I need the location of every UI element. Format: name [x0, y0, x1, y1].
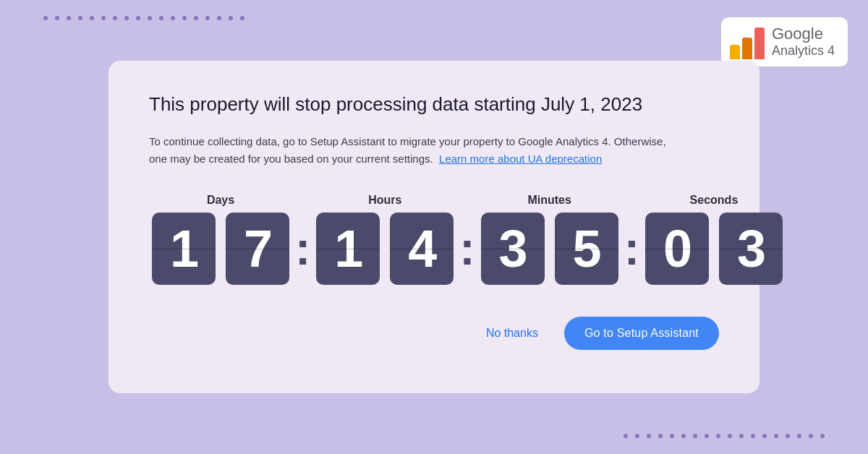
buttons-row: No thanks Go to Setup Assistant	[149, 317, 719, 350]
hours-label: Hours	[368, 194, 401, 207]
card-title: This property will stop processing data …	[149, 93, 719, 117]
dot	[205, 16, 210, 20]
separator-hours-minutes: :	[456, 194, 477, 288]
colon-1: :	[295, 213, 310, 288]
ga-logo-bars-icon	[730, 25, 765, 59]
ga-bar-medium	[742, 38, 752, 59]
dot	[751, 434, 755, 438]
setup-assistant-button[interactable]: Go to Setup Assistant	[564, 317, 719, 350]
dot	[229, 16, 233, 20]
minutes-digit-1: 3	[481, 213, 545, 285]
dot	[670, 434, 674, 438]
minutes-label: Minutes	[527, 194, 571, 207]
dot	[148, 16, 152, 20]
dot	[90, 16, 94, 20]
countdown-outer: Days 1 7 : Hours 1 4	[149, 194, 719, 288]
ga-logo-text: Google Analytics 4	[772, 25, 835, 59]
separator-minutes-seconds: :	[621, 194, 642, 288]
minutes-group: Minutes 3 5	[478, 194, 621, 285]
dot	[786, 434, 790, 438]
no-thanks-button[interactable]: No thanks	[475, 320, 550, 347]
minutes-digit-2: 5	[555, 213, 618, 285]
dot	[809, 434, 813, 438]
dot	[55, 16, 59, 20]
ga-bar-small	[730, 45, 740, 59]
dot	[762, 434, 767, 438]
dot	[635, 434, 639, 438]
hours-digit-2: 4	[390, 213, 454, 285]
dot	[159, 16, 163, 20]
dot	[67, 16, 71, 20]
dot	[797, 434, 801, 438]
dot	[728, 434, 732, 438]
dot	[624, 434, 628, 438]
dot	[78, 16, 82, 20]
dot	[43, 16, 48, 20]
card-description: To continue collecting data, go to Setup…	[149, 133, 670, 168]
dot	[716, 434, 720, 438]
dot	[182, 16, 187, 20]
hours-group: Hours 1 4	[313, 194, 456, 285]
dot	[681, 434, 686, 438]
dot	[171, 16, 175, 20]
dot	[693, 434, 697, 438]
dot	[658, 434, 663, 438]
ga-logo-analytics: Analytics 4	[772, 43, 835, 59]
dot	[101, 16, 106, 20]
seconds-label: Seconds	[690, 194, 739, 207]
seconds-digit-1: 0	[645, 213, 709, 285]
seconds-group: Seconds 0 3	[642, 194, 786, 285]
dot	[113, 16, 117, 20]
dot	[124, 16, 129, 20]
minutes-digits: 3 5	[478, 213, 621, 285]
days-digits: 1 7	[149, 213, 292, 285]
dot	[217, 16, 221, 20]
hours-digit-1: 1	[316, 213, 380, 285]
days-digit-1: 1	[152, 213, 216, 285]
dot	[705, 434, 709, 438]
days-group: Days 1 7	[149, 194, 292, 285]
dot	[774, 434, 778, 438]
google-analytics-logo: Google Analytics 4	[721, 17, 848, 67]
ga-logo-google: Google	[772, 25, 835, 43]
days-digit-2: 7	[226, 213, 289, 285]
dot	[194, 16, 198, 20]
seconds-digit-2: 3	[719, 213, 783, 285]
dots-decoration-bottom-right	[622, 434, 825, 438]
learn-more-link[interactable]: Learn more about UA deprecation	[439, 153, 602, 165]
separator-days-hours: :	[292, 194, 313, 288]
main-card: This property will stop processing data …	[109, 61, 760, 393]
dots-decoration-top-left	[43, 16, 246, 20]
dot	[739, 434, 744, 438]
colon-2: :	[459, 213, 475, 288]
dot	[647, 434, 651, 438]
dot	[240, 16, 244, 20]
ga-bar-large	[754, 27, 765, 59]
countdown-section: Days 1 7 : Hours 1 4	[149, 194, 719, 288]
dot	[136, 16, 140, 20]
days-label: Days	[207, 194, 234, 207]
dot	[820, 434, 825, 438]
seconds-digits: 0 3	[642, 213, 786, 285]
hours-digits: 1 4	[313, 213, 456, 285]
colon-3: :	[624, 213, 639, 288]
